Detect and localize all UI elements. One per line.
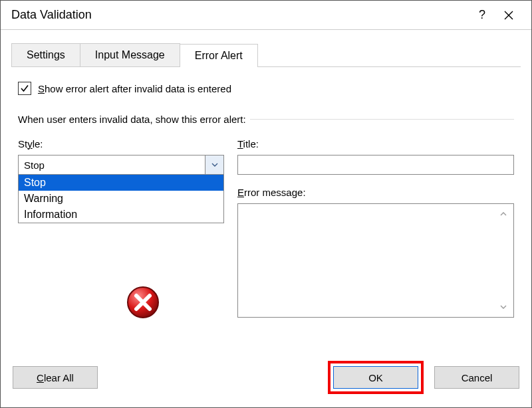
style-option-information[interactable]: Information — [19, 207, 223, 223]
chevron-up-icon — [499, 210, 507, 218]
style-select-value: Stop — [19, 155, 205, 174]
ok-button[interactable]: OK — [333, 366, 418, 389]
window-title: Data Validation — [11, 8, 469, 22]
divider — [250, 119, 514, 120]
checkmark-icon — [20, 84, 29, 93]
style-column: Style: Stop Stop Warning Information — [18, 138, 224, 318]
style-option-stop[interactable]: Stop — [19, 175, 223, 191]
error-message-label: Error message: — [237, 187, 514, 198]
stop-style-preview-icon — [126, 285, 160, 322]
scroll-up-button[interactable] — [496, 207, 511, 221]
dialog-footer: Clear All OK Cancel — [1, 352, 531, 407]
close-button[interactable] — [495, 1, 522, 30]
show-alert-label: Show error alert after invalid data is e… — [38, 83, 231, 94]
show-alert-row: Show error alert after invalid data is e… — [18, 82, 514, 95]
tab-settings[interactable]: Settings — [11, 43, 80, 66]
dialog-content: Settings Input Message Error Alert Show … — [1, 30, 531, 352]
style-select-button[interactable] — [205, 155, 223, 174]
title-input[interactable] — [237, 155, 514, 175]
scroll-down-button[interactable] — [496, 300, 511, 314]
cancel-button[interactable]: Cancel — [434, 366, 519, 389]
title-label: Title: — [237, 138, 514, 150]
style-option-warning[interactable]: Warning — [19, 191, 223, 207]
tab-error-alert[interactable]: Error Alert — [180, 44, 258, 67]
tab-input-message[interactable]: Input Message — [80, 43, 180, 66]
ok-highlight-annotation: OK — [328, 361, 424, 394]
style-dropdown: Stop Warning Information — [18, 175, 224, 223]
fields-columns: Style: Stop Stop Warning Information T — [18, 138, 514, 318]
titlebar: Data Validation ? — [1, 1, 531, 30]
right-column: Title: Error message: — [237, 138, 514, 318]
style-label: Style: — [18, 138, 224, 150]
tab-strip: Settings Input Message Error Alert — [11, 43, 521, 67]
show-alert-checkbox[interactable] — [18, 82, 31, 95]
section-text: When user enters invalid data, show this… — [18, 114, 246, 125]
clear-all-button[interactable]: Clear All — [13, 366, 98, 389]
style-select[interactable]: Stop — [18, 155, 224, 175]
section-header: When user enters invalid data, show this… — [18, 114, 514, 125]
chevron-down-icon — [499, 303, 507, 311]
error-alert-pane: Show error alert after invalid data is e… — [11, 67, 521, 318]
close-icon — [503, 10, 514, 21]
error-circle-icon — [126, 285, 160, 320]
dialog-window: Data Validation ? Settings Input Message… — [0, 0, 532, 408]
error-message-textarea[interactable] — [237, 203, 514, 318]
chevron-down-icon — [211, 161, 219, 169]
help-button[interactable]: ? — [469, 1, 495, 30]
